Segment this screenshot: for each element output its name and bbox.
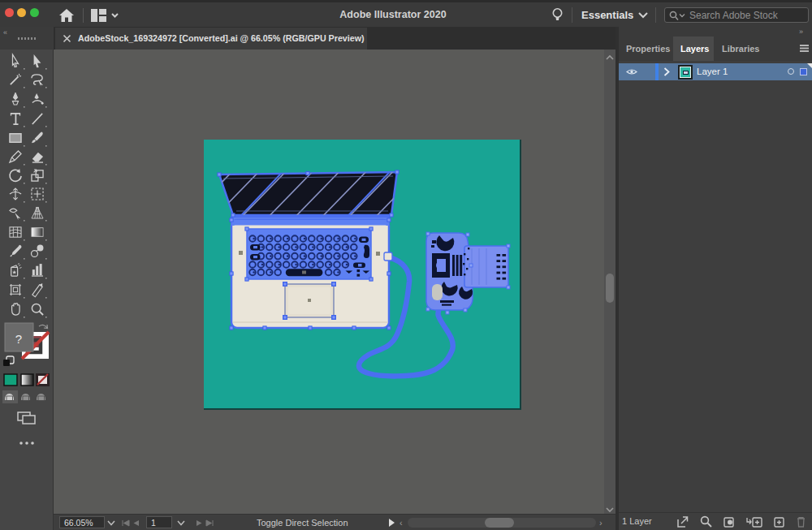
svg-text:?: ?	[15, 332, 22, 346]
